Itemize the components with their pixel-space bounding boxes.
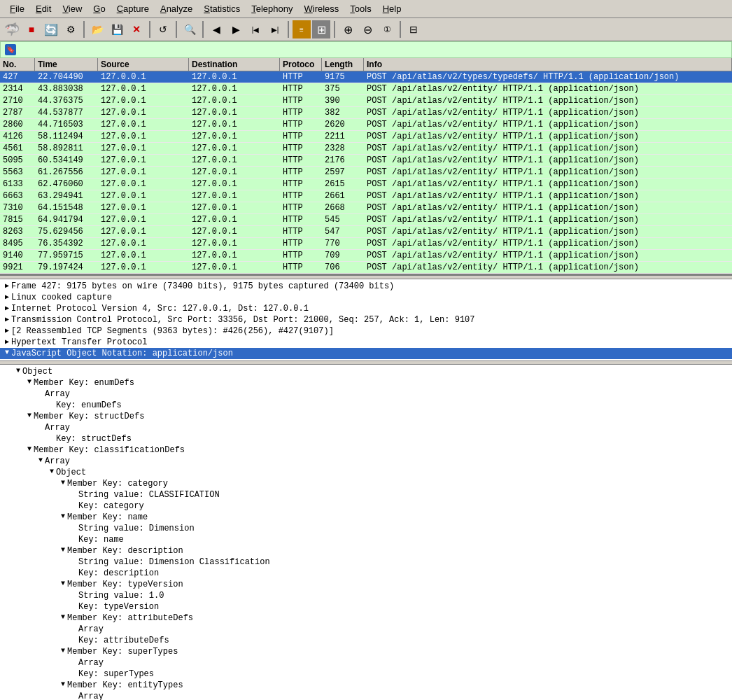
table-row[interactable]: 7310 64.151548 127.0.0.1 127.0.0.1 HTTP … (0, 202, 732, 214)
json-tree-row[interactable]: ▼ Member Key: structDefs (0, 411, 732, 422)
detail-row[interactable]: ▶ [2 Reassembled TCP Segments (9363 byte… (0, 326, 732, 337)
toolbar-zoom-in-btn[interactable]: ⊕ (339, 20, 357, 38)
json-toggle-icon[interactable]: ▼ (25, 378, 34, 386)
table-row[interactable]: 4126 58.112494 127.0.0.1 127.0.0.1 HTTP … (0, 131, 732, 143)
toolbar-zoom-out-btn[interactable]: ⊖ (358, 20, 376, 38)
json-tree-row[interactable]: Array (0, 422, 732, 433)
json-tree-row[interactable]: ▼ Member Key: description (0, 545, 732, 556)
json-tree-row[interactable]: ▼ Member Key: name (0, 512, 732, 523)
json-tree-row[interactable]: ▼ Object (0, 366, 732, 377)
json-tree-row[interactable]: Key: attributeDefs (0, 635, 732, 646)
detail-toggle-icon[interactable]: ▶ (3, 315, 11, 323)
json-tree-row[interactable]: ▼ Member Key: superTypes (0, 646, 732, 657)
menu-statistics[interactable]: Statistics (198, 2, 246, 15)
toolbar-close-btn[interactable]: ✕ (127, 20, 146, 38)
menu-analyze[interactable]: Analyze (155, 2, 198, 15)
json-toggle-icon[interactable]: ▼ (25, 412, 34, 419)
menu-tools[interactable]: Tools (344, 2, 376, 15)
menu-edit[interactable]: Edit (30, 2, 57, 15)
toolbar-open-btn[interactable]: 📂 (88, 20, 106, 38)
menu-file[interactable]: File (4, 2, 30, 15)
json-tree-row[interactable]: ▼ Member Key: entityTypes (0, 680, 732, 691)
table-row[interactable]: 427 22.704490 127.0.0.1 127.0.0.1 HTTP 9… (0, 71, 732, 83)
json-toggle-icon[interactable]: ▼ (59, 647, 67, 654)
toolbar-options-btn[interactable]: ⚙ (62, 20, 80, 38)
toolbar-autoscroll-btn[interactable]: ⊞ (312, 20, 330, 38)
detail-toggle-icon[interactable]: ▶ (3, 304, 11, 312)
json-tree-row[interactable]: String value: Dimension Classification (0, 556, 732, 568)
json-tree-row[interactable]: Key: name (0, 534, 732, 545)
json-tree-row[interactable]: ▼ Object (0, 467, 732, 478)
detail-toggle-icon[interactable]: ▼ (3, 349, 11, 356)
json-tree-row[interactable]: Key: enumDefs (0, 400, 732, 411)
table-row[interactable]: 2860 44.716503 127.0.0.1 127.0.0.1 HTTP … (0, 119, 732, 131)
json-tree-row[interactable]: ▼ Member Key: attributeDefs (0, 612, 732, 624)
table-row[interactable]: 7815 64.941794 127.0.0.1 127.0.0.1 HTTP … (0, 214, 732, 226)
detail-toggle-icon[interactable]: ▶ (3, 326, 11, 335)
toolbar-save-btn[interactable]: 💾 (108, 20, 126, 38)
json-toggle-icon[interactable]: ▼ (59, 613, 67, 621)
toolbar-first-btn[interactable]: |◀ (246, 20, 265, 38)
json-tree-row[interactable]: Key: typeVersion (0, 601, 732, 612)
json-toggle-icon[interactable]: ▼ (59, 680, 67, 688)
table-row[interactable]: 2710 44.376375 127.0.0.1 127.0.0.1 HTTP … (0, 95, 732, 107)
json-tree-row[interactable]: ▼ Member Key: classificationDefs (0, 444, 732, 456)
json-tree-row[interactable]: ▼ Array (0, 456, 732, 467)
toolbar-reload-btn[interactable]: ↺ (154, 20, 172, 38)
toolbar-layout-btn[interactable]: ⊟ (404, 20, 423, 38)
menu-capture[interactable]: Capture (111, 2, 155, 15)
table-row[interactable]: 5095 60.534149 127.0.0.1 127.0.0.1 HTTP … (0, 155, 732, 167)
menu-wireless[interactable]: Wireless (299, 2, 345, 15)
toolbar-next-btn[interactable]: ▶ (227, 20, 245, 38)
toolbar-prev-btn[interactable]: ◀ (207, 20, 225, 38)
json-tree-row[interactable]: String value: CLASSIFICATION (0, 489, 732, 500)
json-tree-row[interactable]: Key: superTypes (0, 668, 732, 680)
menu-view[interactable]: View (57, 2, 87, 15)
detail-row[interactable]: ▶ Frame 427: 9175 bytes on wire (73400 b… (0, 281, 732, 292)
detail-row[interactable]: ▶ Linux cooked capture (0, 292, 732, 303)
menu-go[interactable]: Go (87, 2, 111, 15)
detail-row[interactable]: ▶ Transmission Control Protocol, Src Por… (0, 314, 732, 326)
json-tree-row[interactable]: ▼ Member Key: category (0, 478, 732, 489)
toolbar-shark-btn[interactable]: 🦈 (3, 20, 21, 38)
json-tree-row[interactable]: Key: structDefs (0, 433, 732, 444)
json-tree-row[interactable]: ▼ Member Key: enumDefs (0, 377, 732, 388)
menu-help[interactable]: Help (377, 2, 407, 15)
json-tree-row[interactable]: String value: Dimension (0, 523, 732, 534)
toolbar-zoom-normal-btn[interactable]: ① (378, 20, 396, 38)
menu-telephony[interactable]: Telephony (246, 2, 298, 15)
toolbar-restart-btn[interactable]: 🔄 (42, 20, 60, 38)
table-row[interactable]: 9921 79.197424 127.0.0.1 127.0.0.1 HTTP … (0, 262, 732, 274)
table-row[interactable]: 4561 58.892811 127.0.0.1 127.0.0.1 HTTP … (0, 143, 732, 155)
table-row[interactable]: 9140 77.959715 127.0.0.1 127.0.0.1 HTTP … (0, 250, 732, 262)
json-tree-row[interactable]: Array (0, 388, 732, 400)
table-row[interactable]: 6663 63.294941 127.0.0.1 127.0.0.1 HTTP … (0, 190, 732, 202)
detail-toggle-icon[interactable]: ▶ (3, 293, 11, 301)
json-toggle-icon[interactable]: ▼ (48, 468, 56, 475)
toolbar-stop-btn[interactable]: ■ (22, 20, 41, 38)
table-row[interactable]: 8263 75.629456 127.0.0.1 127.0.0.1 HTTP … (0, 226, 732, 238)
detail-row[interactable]: ▼ JavaScript Object Notation: applicatio… (0, 348, 732, 359)
toolbar-find-btn[interactable]: 🔍 (181, 20, 199, 38)
json-tree-row[interactable]: Key: category (0, 500, 732, 512)
json-tree-row[interactable]: Array (0, 691, 732, 700)
table-row[interactable]: 8495 76.354392 127.0.0.1 127.0.0.1 HTTP … (0, 238, 732, 250)
json-tree-row[interactable]: String value: 1.0 (0, 590, 732, 601)
detail-toggle-icon[interactable]: ▶ (3, 337, 11, 346)
table-row[interactable]: 6133 62.476060 127.0.0.1 127.0.0.1 HTTP … (0, 178, 732, 190)
json-toggle-icon[interactable]: ▼ (25, 445, 34, 453)
json-toggle-icon[interactable]: ▼ (59, 512, 67, 520)
table-row[interactable]: 2314 43.883038 127.0.0.1 127.0.0.1 HTTP … (0, 83, 732, 95)
json-toggle-icon[interactable]: ▼ (59, 479, 67, 486)
detail-toggle-icon[interactable]: ▶ (3, 281, 11, 290)
table-row[interactable]: 5563 61.267556 127.0.0.1 127.0.0.1 HTTP … (0, 167, 732, 178)
detail-row[interactable]: ▶ Hypertext Transfer Protocol (0, 337, 732, 348)
toolbar-colorize-btn[interactable]: ≡ (293, 20, 311, 38)
table-row[interactable]: 2787 44.537877 127.0.0.1 127.0.0.1 HTTP … (0, 107, 732, 119)
json-tree-row[interactable]: Array (0, 624, 732, 635)
json-tree-row[interactable]: ▼ Member Key: typeVersion (0, 579, 732, 590)
json-tree-row[interactable]: Array (0, 657, 732, 668)
json-toggle-icon[interactable]: ▼ (59, 580, 67, 587)
json-toggle-icon[interactable]: ▼ (36, 456, 45, 464)
json-toggle-icon[interactable]: ▼ (59, 546, 67, 554)
